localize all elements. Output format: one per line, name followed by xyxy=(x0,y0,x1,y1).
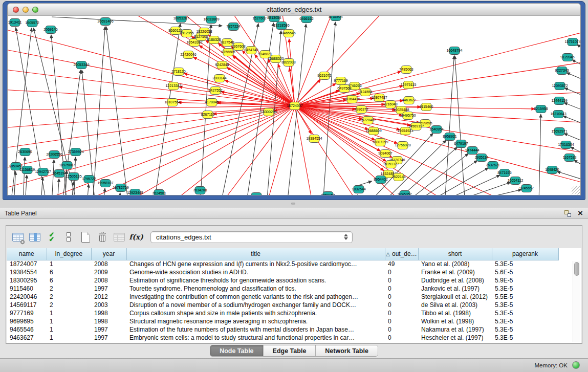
edge[interactable] xyxy=(8,69,295,106)
table-cell[interactable]: 2003 xyxy=(91,301,126,309)
table-mode-button[interactable] xyxy=(10,229,26,245)
table-cell[interactable]: Tourette syndrome. Phenomenology and cla… xyxy=(126,285,385,293)
table-cell[interactable]: Nakamura et al. (1997) xyxy=(418,325,492,334)
table-row[interactable]: 1456911722003Disruption of a novel membe… xyxy=(7,301,558,309)
table-cell[interactable]: 5.3E-5 xyxy=(492,325,558,334)
table-cell[interactable]: 18300295 xyxy=(7,276,47,285)
table-cell[interactable]: Hescheler et al. (1997) xyxy=(418,334,492,342)
table-cell[interactable]: 1 xyxy=(47,309,91,317)
table-cell[interactable]: 19384554 xyxy=(7,268,47,276)
table-cell[interactable]: Embryonic stem cells: a model to study s… xyxy=(126,334,385,342)
table-cell[interactable]: Estimation of significance thresholds fo… xyxy=(126,276,385,285)
table-cell[interactable]: 0 xyxy=(385,285,418,293)
close-window-button[interactable] xyxy=(13,7,19,13)
table-cell[interactable]: Corpus callosum shape and size in male p… xyxy=(126,309,385,317)
edge[interactable] xyxy=(359,181,372,185)
table-row[interactable]: 911546021997Tourette syndrome. Phenomeno… xyxy=(7,285,558,293)
table-cell[interactable]: 2012 xyxy=(91,293,126,301)
table-row[interactable]: 2242004622012Investigating the contribut… xyxy=(7,293,558,301)
scrollbar-thumb[interactable] xyxy=(574,262,579,276)
table-cell[interactable]: 6 xyxy=(47,268,91,276)
table-row[interactable]: 1872400712008Changes of HCN gene express… xyxy=(7,260,558,268)
maximize-window-button[interactable] xyxy=(32,7,38,13)
show-columns-button[interactable] xyxy=(27,229,42,245)
delete-column-button[interactable] xyxy=(95,229,110,245)
edge[interactable] xyxy=(87,184,89,195)
table-cell[interactable]: Genome-wide association studies in ADHD. xyxy=(126,268,385,276)
edge[interactable] xyxy=(103,188,105,195)
table-cell[interactable]: 5.3E-5 xyxy=(492,285,558,293)
table-cell[interactable]: 0 xyxy=(385,301,418,309)
column-header[interactable]: in_degree xyxy=(47,248,91,260)
table-row[interactable]: 977716911998Corpus callosum shape and si… xyxy=(7,309,558,317)
edge[interactable] xyxy=(8,106,295,148)
table-cell[interactable]: 6 xyxy=(47,276,91,285)
table-row[interactable]: 1938455462009Genome-wide association stu… xyxy=(7,268,558,276)
edge[interactable] xyxy=(119,193,120,195)
function-builder-button[interactable]: f(x) xyxy=(128,229,144,245)
table-cell[interactable]: 0 xyxy=(385,334,418,342)
edge[interactable] xyxy=(574,160,580,172)
close-panel-icon[interactable]: × xyxy=(578,209,583,217)
table-cell[interactable]: 5.3E-5 xyxy=(492,309,558,317)
table-cell[interactable]: 1 xyxy=(47,317,91,325)
table-cell[interactable]: Estimation of the future numbers of pati… xyxy=(126,325,385,334)
table-cell[interactable]: Tibbo et al. (1998) xyxy=(418,309,492,317)
edge[interactable] xyxy=(577,45,580,55)
column-header[interactable]: title xyxy=(126,248,385,260)
edge[interactable] xyxy=(8,106,295,189)
network-graph[interactable]: 1872400718300295193845548267110417004518… xyxy=(8,16,580,195)
table-cell[interactable]: 0 xyxy=(385,293,418,301)
table-cell[interactable]: Franke et al. (2009) xyxy=(418,268,492,276)
table-cell[interactable]: 0 xyxy=(385,276,418,285)
table-cell[interactable]: 1997 xyxy=(91,334,126,342)
network-window[interactable]: citations_edges.txt 18724007183002951938… xyxy=(3,1,585,200)
table-cell[interactable]: 49 xyxy=(385,260,418,268)
table-cell[interactable]: Yano et al. (2008) xyxy=(418,260,492,268)
table-cell[interactable]: Dudbridge et al. (2008) xyxy=(418,276,492,285)
table-cell[interactable]: 1 xyxy=(47,260,91,268)
table-scrollbar[interactable] xyxy=(573,261,580,342)
table-cell[interactable]: de Silva et al. (2003) xyxy=(418,301,492,309)
table-cell[interactable]: 18724007 xyxy=(7,260,47,268)
table-cell[interactable]: 2008 xyxy=(91,260,126,268)
column-header[interactable]: short xyxy=(418,248,492,260)
edge[interactable] xyxy=(295,16,333,106)
tab-node-table[interactable]: Node Table xyxy=(210,345,263,356)
edge[interactable] xyxy=(184,73,295,106)
table-select-dropdown[interactable]: citations_edges.txt xyxy=(150,231,353,243)
table-cell[interactable]: 1 xyxy=(47,334,91,342)
table-cell[interactable]: 2 xyxy=(47,301,91,309)
delete-table-button[interactable] xyxy=(112,229,127,245)
split-divider[interactable] xyxy=(0,200,588,208)
table-row[interactable]: 1830029562008Estimation of significance … xyxy=(7,276,558,285)
table-cell[interactable]: 1998 xyxy=(91,317,126,325)
table-cell[interactable]: 5.3E-5 xyxy=(492,301,558,309)
edge[interactable] xyxy=(154,24,181,195)
table-cell[interactable]: 0 xyxy=(385,268,418,276)
edge[interactable] xyxy=(23,157,25,195)
network-window-titlebar[interactable]: citations_edges.txt xyxy=(7,3,581,15)
column-header[interactable]: name xyxy=(7,248,47,260)
table-cell[interactable]: Changes of HCN gene expression and I(f) … xyxy=(126,260,385,268)
edge[interactable] xyxy=(557,171,580,183)
memory-status-indicator[interactable] xyxy=(572,361,580,369)
float-window-icon[interactable] xyxy=(564,210,572,217)
table-cell[interactable]: 1997 xyxy=(91,285,126,293)
table-cell[interactable]: Disruption of a novel member of a sodium… xyxy=(126,301,385,309)
table-cell[interactable]: 5.6E-5 xyxy=(492,268,558,276)
column-header[interactable]: △out_de… xyxy=(385,248,418,260)
table-cell[interactable]: Investigating the contribution of common… xyxy=(126,293,385,301)
edge[interactable] xyxy=(567,73,580,84)
table-cell[interactable]: 9777169 xyxy=(7,309,47,317)
table-cell[interactable]: 2008 xyxy=(91,276,126,285)
edge[interactable] xyxy=(123,106,295,195)
table-cell[interactable]: 0 xyxy=(385,317,418,325)
table-cell[interactable]: 5.5E-5 xyxy=(492,293,558,301)
table-cell[interactable]: 1997 xyxy=(91,325,126,334)
table-cell[interactable]: 5.9E-5 xyxy=(492,276,558,285)
table-cell[interactable]: 1998 xyxy=(91,309,126,317)
tab-edge-table[interactable]: Edge Table xyxy=(263,345,316,356)
table-cell[interactable]: 9463627 xyxy=(7,334,47,342)
table-row[interactable]: 946362711997Embryonic stem cells: a mode… xyxy=(7,334,558,342)
